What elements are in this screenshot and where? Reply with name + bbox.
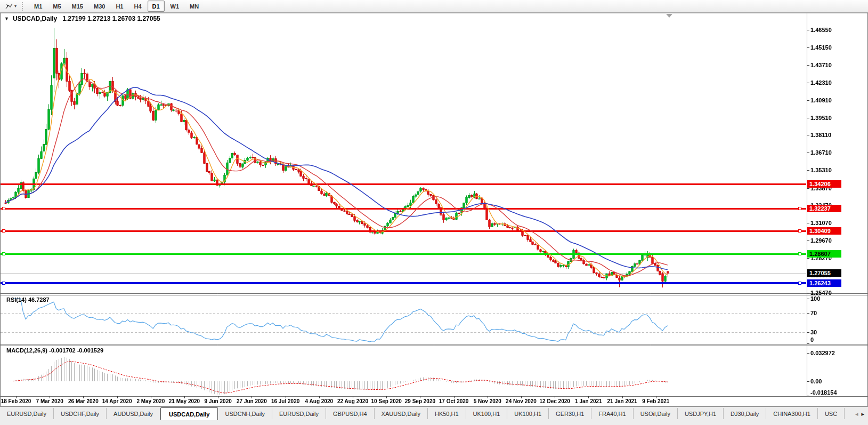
tab-scroll-arrows: ◂ ▸ (851, 407, 868, 421)
price-axis-tick-label: 1.35310 (810, 167, 832, 173)
timeframe-button-mn[interactable]: MN (185, 1, 204, 12)
chart-tab-usc[interactable]: USC (818, 408, 845, 419)
price-axis-tick-label: 1.39510 (810, 115, 832, 121)
date-axis-label: 5 Nov 2020 (474, 398, 501, 404)
timeframe-button-h1[interactable]: H1 (111, 1, 128, 12)
hline-handle[interactable] (2, 229, 5, 232)
hline-handle[interactable] (2, 282, 5, 285)
chart-tab-hk50-h1[interactable]: HK50,H1 (428, 408, 466, 419)
price-axis-tick-label: 1.46550 (810, 27, 832, 33)
date-axis-label: 27 Jun 2020 (237, 398, 267, 404)
chart-tab-eurusd-daily[interactable]: EURUSD,Daily (0, 408, 54, 419)
hline-handle[interactable] (798, 282, 801, 285)
timeframe-button-d1[interactable]: D1 (148, 1, 165, 12)
rsi-axis-tick-label: 100 (810, 295, 820, 302)
date-axis-label: 7 Mar 2020 (36, 398, 63, 404)
macd-axis-tick-label: 0.032972 (810, 350, 835, 356)
rsi-axis-tick-label: 30 (810, 329, 817, 335)
date-axis-label: 9 Jun 2020 (205, 398, 232, 404)
macd-axis-tick-label: -0.018154 (810, 389, 837, 396)
chart-tab-uk100-h1[interactable]: UK100,H1 (466, 408, 508, 419)
date-axis-label: 18 Feb 2020 (1, 398, 31, 404)
hline-1.32237[interactable] (0, 207, 807, 210)
chart-tab-dj30-daily[interactable]: DJ30,Daily (724, 408, 766, 419)
date-axis-label: 16 Jul 2020 (271, 398, 299, 404)
timeframe-button-group: M1M5M15M30H1H4D1W1MN (29, 1, 204, 12)
tab-scroll-left-icon[interactable]: ◂ (855, 411, 858, 418)
date-axis-label: 17 Oct 2020 (439, 398, 469, 404)
price-tag-1.28607: 1.28607 (807, 250, 841, 258)
hline-handle[interactable] (2, 252, 5, 255)
tab-scroll-right-icon[interactable]: ▸ (861, 411, 864, 418)
hline-handle[interactable] (798, 207, 801, 210)
hline-handle[interactable] (798, 252, 801, 255)
price-axis-tick-label: 1.42310 (810, 79, 832, 86)
chart-tab-bar: EURUSD,DailyUSDCHF,DailyAUDUSD,DailyUSDC… (0, 406, 868, 425)
date-axis-label: 24 Nov 2020 (506, 398, 537, 404)
date-axis-label: 12 Dec 2020 (540, 398, 570, 404)
chart-tab-uk100-h1[interactable]: UK100,H1 (507, 408, 549, 419)
macd-axis-tick-label: 0.00 (810, 378, 822, 384)
price-axis-tick-label: 1.38110 (810, 132, 831, 138)
chart-title: ▼ USDCAD,Daily 1.27199 1.27213 1.26703 1… (4, 15, 160, 22)
hline-1.34206[interactable] (0, 182, 807, 186)
macd-indicator-label: MACD(12,26,9) -0.001702 -0.001529 (6, 347, 103, 354)
chart-tools-button[interactable]: ▾ (3, 1, 19, 12)
scroll-to-end-marker[interactable] (666, 14, 672, 18)
rsi-indicator-label: RSI(14) 46.7287 (6, 296, 50, 303)
price-axis-tick-label: 1.36710 (810, 149, 832, 156)
price-tag-1.30409: 1.30409 (807, 227, 841, 235)
price-axis-tick-label: 1.31070 (810, 220, 832, 226)
toolbar-grip-handle[interactable] (22, 2, 25, 11)
chart-tab-eurusd-daily[interactable]: EURUSD,Daily (272, 408, 326, 419)
price-axis-tick-label: 1.40910 (810, 97, 832, 103)
chart-tab-china300-h1[interactable]: CHINA300,H1 (766, 408, 818, 419)
timeframe-button-m5[interactable]: M5 (48, 1, 66, 12)
rsi-axis-tick-label: 70 (810, 310, 817, 316)
date-axis-label: 10 Sep 2020 (371, 398, 402, 404)
date-axis-label: 2 May 2020 (136, 398, 165, 404)
date-axis-label: 9 Feb 2021 (642, 398, 669, 404)
chart-tab-xauusd-daily[interactable]: XAUUSD,Daily (375, 408, 428, 419)
hline-1.30409[interactable] (0, 229, 807, 232)
price-tag-1.32237: 1.32237 (807, 205, 841, 212)
quote-collapse-icon[interactable]: ▼ (4, 16, 9, 21)
chart-tab-gbpusd-h4[interactable]: GBPUSD,H4 (326, 408, 375, 419)
date-axis-label: 22 Aug 2020 (337, 398, 368, 404)
chart-tab-usdcnh-daily[interactable]: USDCNH,Daily (218, 408, 272, 419)
chart-tab-audusd-daily[interactable]: AUDUSD,Daily (107, 408, 160, 419)
hline-1.28607[interactable] (0, 252, 807, 255)
price-axis-tick-label: 1.43710 (810, 62, 832, 68)
current-price-tag: 1.27055 (807, 269, 841, 277)
timeframe-button-m1[interactable]: M1 (29, 1, 47, 12)
chart-symbol-label: USDCAD,Daily (13, 15, 57, 22)
chart-cursor-icon (5, 3, 13, 10)
main-toolbar: ▾ M1M5M15M30H1H4D1W1MN (0, 0, 868, 13)
hline-1.26243[interactable] (0, 282, 807, 285)
chart-tab-usoil-daily[interactable]: USOil,Daily (634, 408, 678, 419)
date-axis-label: 14 Apr 2020 (102, 398, 132, 404)
price-tag-1.26243: 1.26243 (807, 279, 841, 287)
price-axis-tick-label: 1.29670 (810, 237, 832, 244)
date-axis-label: 4 Aug 2020 (305, 398, 333, 404)
chart-ohlc-values: 1.27199 1.27213 1.26703 1.27055 (62, 15, 160, 22)
timeframe-button-h4[interactable]: H4 (129, 1, 146, 12)
chart-tab-usdcad-daily[interactable]: USDCAD,Daily (160, 407, 218, 420)
date-axis-label: 29 Sep 2020 (405, 398, 435, 404)
chart-tab-usdjpy-h1[interactable]: USDJPY,H1 (678, 408, 724, 419)
timeframe-button-w1[interactable]: W1 (166, 1, 184, 12)
chevron-down-icon[interactable]: ▾ (14, 4, 17, 9)
timeframe-button-m30[interactable]: M30 (89, 1, 110, 12)
chart-tab-fra40-h1[interactable]: FRA40,H1 (591, 408, 633, 419)
chart-tab-ger30-h1[interactable]: GER30,H1 (549, 408, 591, 419)
price-tag-1.34206: 1.34206 (807, 180, 841, 188)
date-axis-label: 1 Jan 2021 (575, 398, 602, 404)
hline-handle[interactable] (2, 207, 5, 210)
hline-handle[interactable] (798, 229, 801, 232)
chart-tab-usdchf-daily[interactable]: USDCHF,Daily (54, 408, 107, 419)
price-axis-tick-label: 1.45150 (810, 44, 832, 51)
date-axis-label: 21 Jan 2021 (607, 398, 637, 404)
chart-window: ▼ USDCAD,Daily 1.27199 1.27213 1.26703 1… (0, 13, 868, 406)
timeframe-button-m15[interactable]: M15 (67, 1, 88, 12)
rsi-axis-tick-label: 0 (810, 336, 814, 343)
